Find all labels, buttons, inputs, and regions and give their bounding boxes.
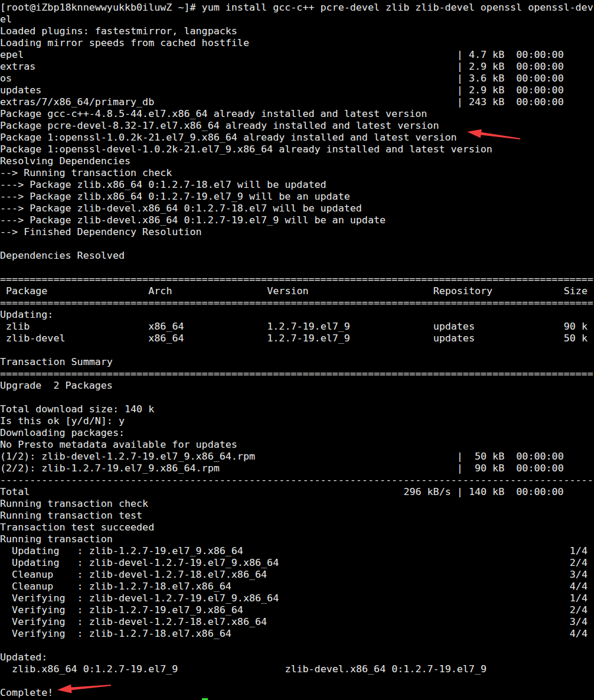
terminal-line: ========================================…	[0, 297, 594, 308]
terminal-line: Cleanup : zlib-devel-1.2.7-18.el7.x86_64…	[0, 568, 594, 580]
terminal-text: Cleanup : zlib-devel-1.2.7-18.el7.x86_64	[0, 568, 267, 580]
terminal-line	[0, 391, 594, 403]
terminal-text: Size	[564, 285, 588, 297]
terminal-text: os	[0, 72, 12, 84]
terminal-text: ---> Package zlib-devel.x86_64 0:1.2.7-1…	[0, 214, 386, 226]
terminal-text: 1/4	[570, 545, 588, 556]
terminal-text: 2/4	[570, 556, 588, 568]
terminal-text: Package	[0, 285, 47, 297]
terminal-text: zlib.x86_64 0:1.2.7-19.el7_9	[0, 663, 178, 675]
terminal-text: | 3.6 kB 00:00:00	[457, 72, 564, 84]
terminal-line: ---> Package zlib.x86_64 0:1.2.7-18.el7 …	[0, 178, 594, 190]
terminal-line: Verifying : zlib-1.2.7-19.el7_9.x86_642/…	[0, 604, 594, 616]
terminal-text: zlib-devel	[0, 332, 66, 344]
terminal-text: Running transaction check	[0, 497, 148, 509]
terminal-text: Package 1:openssl-1.0.2k-21.el7_9.x86_64…	[0, 131, 457, 143]
terminal-line: Transaction test succeeded	[0, 521, 594, 533]
terminal-text: Verifying : zlib-1.2.7-18.el7.x86_64	[0, 627, 231, 639]
terminal-text: 3/4	[570, 616, 588, 627]
terminal-text: Version	[267, 285, 308, 297]
terminal-line: (1/2): zlib-devel-1.2.7-19.el7_9.x86_64.…	[0, 450, 594, 462]
terminal-line: Is this ok [y/d/N]: y	[0, 415, 594, 426]
terminal-text: | 2.9 kB 00:00:00	[457, 60, 564, 72]
terminal-line	[0, 675, 594, 686]
terminal-line	[0, 237, 594, 249]
terminal-text: Loading mirror speeds from cached hostfi…	[0, 37, 249, 48]
terminal-line: ----------------------------------------…	[0, 474, 594, 486]
terminal-text: Package gcc-c++-4.8.5-44.el7.x86_64 alre…	[0, 108, 427, 119]
terminal-line: el	[0, 13, 594, 25]
terminal-text: --> Finished Dependency Resolution	[0, 226, 202, 237]
terminal-line: No Presto metadata available for updates	[0, 438, 594, 450]
terminal-text: 3/4	[570, 568, 588, 580]
terminal-text: Running transaction	[0, 533, 113, 545]
terminal-text: 1.2.7-19.el7_9	[267, 332, 350, 344]
terminal-line: Transaction Summary	[0, 356, 594, 367]
terminal-text: ========================================…	[0, 273, 593, 285]
terminal-line: Package pcre-devel-8.32-17.el7.x86_64 al…	[0, 119, 594, 131]
terminal-text: updates	[433, 320, 475, 332]
terminal-text: Running transaction test	[0, 509, 142, 521]
terminal-line: Verifying : zlib-devel-1.2.7-18.el7.x86_…	[0, 616, 594, 627]
terminal-text: Verifying : zlib-devel-1.2.7-19.el7_9.x8…	[0, 592, 279, 604]
terminal-line	[0, 639, 594, 651]
terminal-line: Updating : zlib-1.2.7-19.el7_9.x86_641/4	[0, 545, 594, 556]
terminal-line: Updating : zlib-devel-1.2.7-19.el7_9.x86…	[0, 556, 594, 568]
terminal-line: PackageArchVersionRepositorySize	[0, 285, 594, 297]
terminal-text: x86_64	[148, 320, 184, 332]
terminal-line: Resolving Dependencies	[0, 155, 594, 167]
terminal-text: extras	[0, 60, 35, 72]
terminal-text: | 90 kB 00:00:00	[457, 462, 564, 474]
terminal-line: extras/7/x86_64/primary_db| 243 kB 00:00…	[0, 96, 594, 108]
terminal-text: Updating:	[0, 308, 53, 320]
terminal-text: (2/2): zlib-1.2.7-19.el7_9.x86_64.rpm	[0, 462, 220, 474]
terminal-line: Upgrade 2 Packages	[0, 379, 594, 391]
terminal-text: Total	[0, 486, 30, 497]
terminal-line	[0, 344, 594, 356]
terminal-text: Downloading packages:	[0, 426, 125, 438]
terminal-text: 4/4	[570, 627, 588, 639]
terminal-text: ---> Package zlib-devel.x86_64 0:1.2.7-1…	[0, 202, 362, 214]
terminal-text: Updating : zlib-devel-1.2.7-19.el7_9.x86…	[0, 556, 279, 568]
terminal-text: Updating : zlib-1.2.7-19.el7_9.x86_64	[0, 545, 243, 556]
terminal-text: | 4.7 kB 00:00:00	[457, 48, 564, 60]
terminal-line: zlib.x86_64 0:1.2.7-19.el7_9zlib-devel.x…	[0, 663, 594, 675]
terminal-text: ---> Package zlib.x86_64 0:1.2.7-19.el7_…	[0, 190, 350, 202]
terminal-text: Transaction Summary	[0, 356, 113, 367]
terminal-line: Loaded plugins: fastestmirror, langpacks	[0, 25, 594, 37]
terminal-line: Package 1:openssl-1.0.2k-21.el7_9.x86_64…	[0, 131, 594, 143]
terminal-text: extras/7/x86_64/primary_db	[0, 96, 154, 108]
terminal-text: Total download size: 140 k	[0, 403, 154, 415]
terminal-line: Downloading packages:	[0, 426, 594, 438]
terminal-line: updates| 2.9 kB 00:00:00	[0, 84, 594, 96]
terminal-text: ----------------------------------------…	[0, 474, 593, 486]
terminal-line: --> Running transaction check	[0, 167, 594, 178]
terminal-text: | 50 kB 00:00:00	[457, 450, 564, 462]
terminal-line: Running transaction test	[0, 509, 594, 521]
terminal-line: epel| 4.7 kB 00:00:00	[0, 48, 594, 60]
terminal-line: Verifying : zlib-devel-1.2.7-19.el7_9.x8…	[0, 592, 594, 604]
terminal-line: Package 1:openssl-devel-1.0.2k-21.el7_9.…	[0, 143, 594, 155]
terminal-line: Complete!	[0, 686, 594, 698]
terminal-output: [root@iZbp18knnewwyukkb0iluwZ ~]# yum in…	[0, 1, 594, 698]
terminal-line: Package gcc-c++-4.8.5-44.el7.x86_64 alre…	[0, 108, 594, 119]
terminal-line: zlibx86_641.2.7-19.el7_9updates90 k	[0, 320, 594, 332]
terminal-text: Repository	[433, 285, 492, 297]
terminal-text: Resolving Dependencies	[0, 155, 130, 167]
terminal-text: Upgrade 2 Packages	[0, 379, 113, 391]
terminal-line: ---> Package zlib.x86_64 0:1.2.7-19.el7_…	[0, 190, 594, 202]
terminal-line: Total download size: 140 k	[0, 403, 594, 415]
terminal-text: 2/4	[570, 604, 588, 616]
terminal-text: zlib	[0, 320, 30, 332]
terminal-text: No Presto metadata available for updates	[0, 438, 237, 450]
terminal-window[interactable]: [root@iZbp18knnewwyukkb0iluwZ ~]# yum in…	[0, 0, 594, 700]
terminal-text: | 243 kB 00:00:00	[457, 96, 564, 108]
terminal-text: el	[0, 13, 12, 25]
terminal-text: Package 1:openssl-devel-1.0.2k-21.el7_9.…	[0, 143, 492, 155]
terminal-line: (2/2): zlib-1.2.7-19.el7_9.x86_64.rpm| 9…	[0, 462, 594, 474]
terminal-text: [root@iZbp18knnewwyukkb0iluwZ ~]# yum in…	[0, 1, 593, 13]
terminal-line: Updating:	[0, 308, 594, 320]
terminal-text: Is this ok [y/d/N]: y	[0, 415, 125, 426]
terminal-text: Updated:	[0, 651, 47, 663]
terminal-text: 90 k	[564, 320, 588, 332]
